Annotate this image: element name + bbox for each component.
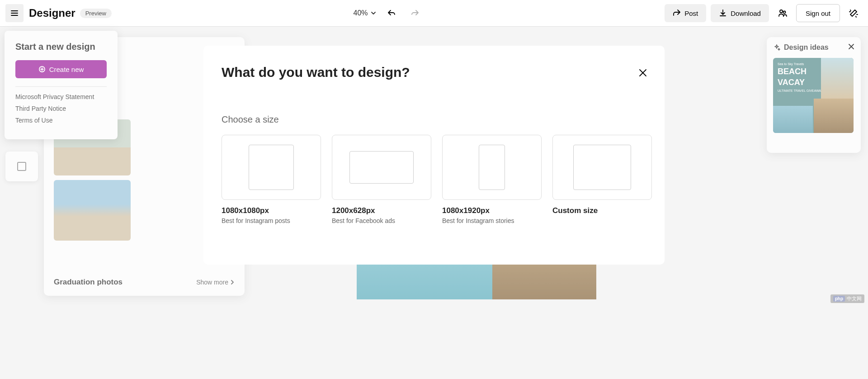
topbar-center: 40% (112, 5, 665, 21)
modal-title: What do you want to design? (222, 65, 646, 80)
size-option-1080x1920[interactable]: 1080x1920px Best for Instagram stories (442, 135, 542, 224)
svg-point-3 (780, 10, 783, 13)
signout-label: Sign out (806, 9, 830, 17)
people-icon (778, 8, 788, 18)
shape-square (249, 145, 294, 190)
modal-close-button[interactable] (636, 66, 650, 80)
share-arrow-icon (673, 9, 681, 17)
app-title: Designer (29, 7, 75, 19)
zoom-value: 40% (354, 9, 368, 17)
close-icon (638, 68, 647, 77)
size-label: 1080x1080px (222, 206, 321, 215)
size-options: 1080x1080px Best for Instagram posts 120… (222, 135, 646, 224)
size-preview (552, 135, 652, 200)
size-desc: Best for Instagram posts (222, 217, 321, 224)
size-option-1200x628[interactable]: 1200x628px Best for Facebook ads (332, 135, 431, 224)
size-label: Custom size (552, 206, 652, 215)
zoom-control[interactable]: 40% (354, 9, 376, 17)
shape-custom (573, 145, 631, 190)
size-desc: Best for Facebook ads (332, 217, 431, 224)
topbar-right: Post Download Sign out (665, 4, 863, 22)
download-icon (719, 9, 727, 17)
shape-wide (349, 151, 414, 184)
redo-button (407, 5, 423, 21)
size-label: 1200x628px (332, 206, 431, 215)
hamburger-icon (10, 9, 19, 18)
redo-icon (410, 9, 420, 18)
shape-tall (479, 145, 505, 190)
post-label: Post (684, 9, 698, 17)
chevron-down-icon (371, 10, 376, 16)
post-button[interactable]: Post (665, 4, 706, 22)
signout-button[interactable]: Sign out (796, 4, 840, 22)
size-preview (222, 135, 321, 200)
undo-icon (387, 9, 396, 18)
topbar: Designer Preview 40% Post (0, 0, 868, 27)
size-modal: What do you want to design? Choose a siz… (203, 46, 665, 265)
size-preview (332, 135, 431, 200)
magic-button[interactable] (844, 4, 863, 22)
download-label: Download (731, 9, 761, 17)
download-button[interactable]: Download (711, 4, 769, 22)
size-option-custom[interactable]: Custom size (552, 135, 652, 224)
size-desc: Best for Instagram stories (442, 217, 542, 224)
size-preview (442, 135, 542, 200)
people-button[interactable] (774, 4, 792, 22)
undo-button[interactable] (383, 5, 400, 21)
preview-badge: Preview (80, 9, 112, 18)
size-option-1080x1080[interactable]: 1080x1080px Best for Instagram posts (222, 135, 321, 224)
menu-button[interactable] (5, 4, 24, 22)
modal-overlay: What do you want to design? Choose a siz… (0, 27, 868, 379)
svg-point-4 (783, 11, 785, 14)
magic-wand-icon (849, 8, 859, 18)
modal-subtitle: Choose a size (222, 114, 646, 125)
size-label: 1080x1920px (442, 206, 542, 215)
